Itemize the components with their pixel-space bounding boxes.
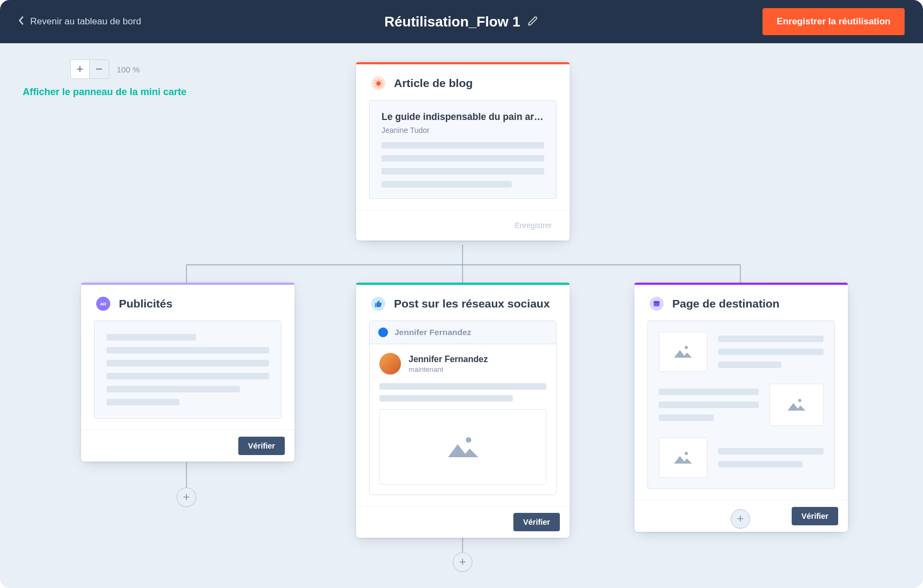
card-title: Publicités: [119, 297, 172, 310]
landing-preview: [647, 320, 835, 489]
thumbs-up-icon: [371, 297, 385, 311]
svg-point-14: [685, 451, 688, 455]
blog-icon: [371, 76, 385, 90]
card-landing[interactable]: Page de destination: [634, 283, 848, 532]
svg-point-12: [685, 345, 688, 349]
flow-title: Réutilisation_Flow 1: [384, 14, 520, 30]
zoom-in-button[interactable]: +: [70, 59, 90, 79]
avatar: [379, 353, 401, 375]
window-icon: [650, 297, 664, 311]
card-title: Article de blog: [394, 77, 473, 90]
social-tab[interactable]: Jennifer Fernandez: [370, 321, 556, 344]
svg-line-5: [375, 80, 376, 81]
image-placeholder-icon: [787, 397, 806, 413]
article-author: Jeanine Tudor: [382, 126, 544, 135]
pencil-icon[interactable]: [528, 14, 539, 30]
svg-rect-11: [654, 301, 660, 303]
chevron-left-icon: [18, 15, 25, 29]
svg-line-8: [375, 85, 376, 86]
image-placeholder-icon: [447, 435, 479, 460]
image-placeholder-icon: [673, 450, 693, 466]
card-social[interactable]: Post sur les réseaux sociaux Jennifer Fe…: [356, 283, 570, 538]
article-title: Le guide indispensable du pain artis…: [382, 111, 544, 123]
zoom-controls: + − 100 %: [70, 59, 140, 79]
add-child-landing-button[interactable]: +: [731, 509, 750, 529]
flow-canvas[interactable]: + − 100 % Afficher le panneau de la mini…: [0, 43, 923, 588]
post-time: maintenant: [409, 365, 488, 373]
social-tabs: Jennifer Fernandez: [369, 320, 557, 344]
landing-verify-button[interactable]: Vérifier: [792, 507, 838, 525]
svg-line-6: [380, 85, 381, 86]
card-ads[interactable]: AD Publicités Vérifier: [81, 283, 295, 462]
facebook-icon: [378, 328, 388, 337]
blog-article-panel: Le guide indispensable du pain artis… Je…: [369, 100, 557, 199]
top-bar: Revenir au tableau de bord Réutilisation…: [0, 0, 923, 43]
zoom-out-button[interactable]: −: [90, 59, 109, 79]
svg-point-0: [376, 81, 381, 86]
zoom-level-label: 100 %: [117, 65, 140, 74]
svg-point-9: [466, 437, 471, 443]
add-child-social-button[interactable]: +: [453, 552, 472, 572]
ads-panel: [94, 320, 282, 419]
image-placeholder-icon: [673, 344, 693, 360]
ads-icon: AD: [96, 297, 110, 311]
card-blog[interactable]: Article de blog Le guide indispensable d…: [356, 62, 570, 240]
card-title: Post sur les réseaux sociaux: [394, 297, 550, 310]
social-verify-button[interactable]: Vérifier: [513, 513, 560, 531]
minimap-toggle[interactable]: Afficher le panneau de la mini carte: [23, 86, 186, 98]
social-post-preview: Jennifer Fernandez maintenant: [369, 344, 557, 495]
blog-save-button[interactable]: Enregistrer: [507, 217, 560, 234]
post-author: Jennifer Fernandez: [409, 355, 488, 364]
card-title: Page de destination: [672, 297, 779, 310]
save-flow-button[interactable]: Enregistrer la réutilisation: [763, 8, 905, 35]
add-child-ads-button[interactable]: +: [177, 487, 196, 507]
back-label: Revenir au tableau de bord: [30, 16, 141, 27]
page-title-wrap: Réutilisation_Flow 1: [384, 0, 538, 43]
ads-verify-button[interactable]: Vérifier: [238, 437, 285, 455]
svg-line-7: [380, 80, 381, 81]
social-tab-name: Jennifer Fernandez: [394, 328, 471, 337]
svg-point-13: [798, 398, 801, 402]
back-button[interactable]: Revenir au tableau de bord: [18, 15, 141, 29]
